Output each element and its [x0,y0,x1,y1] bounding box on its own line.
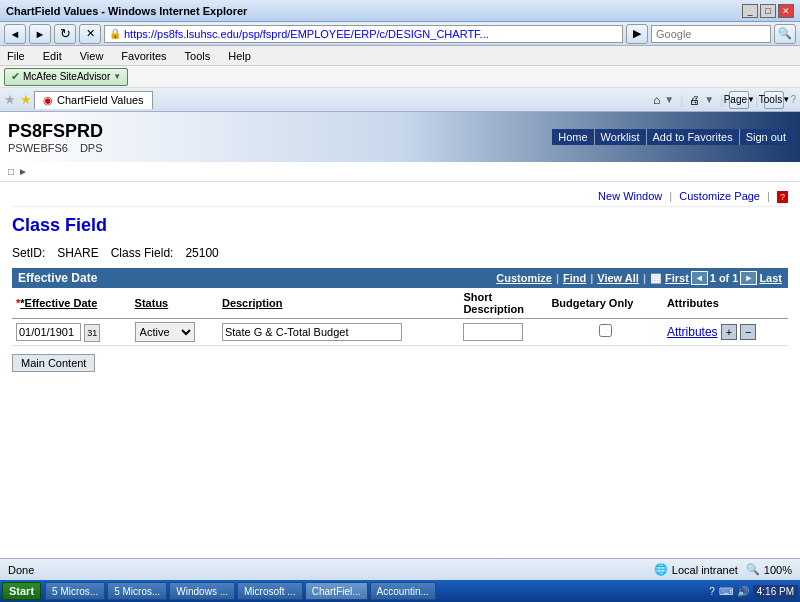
attributes-cell: Attributes + − [663,319,788,346]
add-favorites-icon[interactable]: ★ [20,92,32,107]
mcafee-label: McAfee SiteAdvisor [23,71,110,82]
browser-navtabs: ★ ★ ◉ ChartField Values ⌂ ▼ | 🖨 ▼ | Page… [0,88,800,112]
zone-info: 🌐 Local intranet [654,563,738,576]
url-text: https://ps8fs.lsuhsc.edu/psp/fsprd/EMPLO… [124,28,489,40]
print-icon[interactable]: 🖨 [689,94,700,106]
add-favorites-nav-link[interactable]: Add to Favorites [647,129,740,145]
add-row-button[interactable]: + [721,324,737,340]
classfield-value: 25100 [185,246,218,260]
find-link[interactable]: Find [563,272,586,284]
mcafee-bar: ✔ McAfee SiteAdvisor ▼ [0,66,800,88]
customize-page-link[interactable]: Customize Page [679,190,760,202]
home-nav-link[interactable]: Home [552,129,594,145]
stop-button[interactable]: ✕ [79,24,101,44]
taskbar-item-5[interactable]: Accountin... [370,582,436,600]
next-page-button[interactable]: ► [740,271,757,285]
page-label: Page [724,94,747,105]
grid-icon[interactable]: ▦ [650,271,661,285]
page-links-bar: New Window | Customize Page | ? [12,186,788,207]
status-select[interactable]: Active Inactive [135,322,195,342]
new-window-link[interactable]: New Window [598,190,662,202]
effective-date-input[interactable] [16,323,81,341]
edit-menu[interactable]: Edit [40,50,65,62]
maximize-button[interactable]: □ [760,4,776,18]
taskbar-item-2[interactable]: Windows ... [169,582,235,600]
ps-logo-area: PS8FSPRD PSWEBFS6 DPS [8,121,103,154]
forward-button[interactable]: ► [29,24,51,44]
help-systray-icon: ? [709,586,715,597]
customize-grid-link[interactable]: Customize [496,272,552,284]
browser-titlebar: ChartField Values - Windows Internet Exp… [0,0,800,22]
status-text: Done [8,564,654,576]
favorites-star-icon[interactable]: ★ [4,92,16,107]
home-icon[interactable]: ⌂ [653,93,660,107]
delete-row-button[interactable]: − [740,324,756,340]
breadcrumb-home-icon[interactable]: □ [8,166,14,177]
search-input[interactable] [651,25,771,43]
status-cell: Active Inactive [131,319,218,346]
taskbar-items: 5 Micros... 5 Micros... Windows ... Micr… [45,582,709,600]
help-icon[interactable]: ? [790,94,796,105]
minimize-button[interactable]: _ [742,4,758,18]
short-desc-cell [459,319,547,346]
first-label[interactable]: First [665,272,689,284]
page-button[interactable]: Page ▼ [729,91,749,109]
zoom-icon: 🔍 [746,563,760,576]
keyboard-systray-icon: ⌨ [719,586,733,597]
file-menu[interactable]: File [4,50,28,62]
home-dropdown-icon[interactable]: ▼ [664,94,674,105]
back-button[interactable]: ◄ [4,24,26,44]
view-menu[interactable]: View [77,50,107,62]
mcafee-button[interactable]: ✔ McAfee SiteAdvisor ▼ [4,68,128,86]
tab-favicon: ◉ [43,94,53,107]
mcafee-shield-icon: ✔ [11,70,20,83]
start-button[interactable]: Start [2,582,41,600]
prev-page-button[interactable]: ◄ [691,271,708,285]
budgetary-only-checkbox[interactable] [599,324,612,337]
tab-label: ChartField Values [57,94,144,106]
setid-value: SHARE [57,246,98,260]
search-button[interactable]: 🔍 [774,24,796,44]
short-desc-input[interactable] [463,323,523,341]
taskbar-item-3[interactable]: Microsoft ... [237,582,303,600]
help-menu[interactable]: Help [225,50,254,62]
view-all-link[interactable]: View All [597,272,639,284]
main-content-button[interactable]: Main Content [12,354,95,372]
signout-nav-link[interactable]: Sign out [740,129,792,145]
close-button[interactable]: ✕ [778,4,794,18]
taskbar-item-0[interactable]: 5 Micros... [45,582,105,600]
grid-header-bar: Effective Date Customize | Find | View A… [12,268,788,288]
favorites-menu[interactable]: Favorites [118,50,169,62]
description-input[interactable] [222,323,402,341]
ps-instance: PS8FSPRD [8,121,103,142]
ps-content: New Window | Customize Page | ? Class Fi… [0,182,800,384]
col-description: Description [218,288,459,319]
calendar-button[interactable]: 31 [84,324,100,342]
print-dropdown-icon[interactable]: ▼ [704,94,714,105]
address-bar[interactable]: 🔒 https://ps8fs.lsuhsc.edu/psp/fsprd/EMP… [104,25,623,43]
zoom-level: 100% [764,564,792,576]
col-effective-date: **Effective Date [12,288,131,319]
tools-menu[interactable]: Tools [182,50,214,62]
col-status: Status [131,288,218,319]
browser-menubar: File Edit View Favorites Tools Help [0,46,800,66]
zone-icon: 🌐 [654,563,668,576]
worklist-nav-link[interactable]: Worklist [595,129,647,145]
content-area[interactable]: New Window | Customize Page | ? Class Fi… [0,182,800,542]
col-short-desc: ShortDescription [459,288,547,319]
tools-button[interactable]: Tools ▼ [764,91,784,109]
taskbar-item-1[interactable]: 5 Micros... [107,582,167,600]
effective-date-grid: Effective Date Customize | Find | View A… [12,268,788,346]
effective-date-table: **Effective Date Status Description Shor… [12,288,788,346]
refresh-button[interactable]: ↻ [54,24,76,44]
description-cell [218,319,459,346]
volume-systray-icon: 🔊 [737,586,749,597]
table-header-row: **Effective Date Status Description Shor… [12,288,788,319]
help-button[interactable]: ? [777,191,788,203]
go-button[interactable]: ▶ [626,24,648,44]
attributes-link[interactable]: Attributes [667,325,718,339]
grid-title: Effective Date [18,271,97,285]
active-tab[interactable]: ◉ ChartField Values [34,91,153,109]
taskbar-item-4[interactable]: ChartFiel... [305,582,368,600]
last-label[interactable]: Last [759,272,782,284]
